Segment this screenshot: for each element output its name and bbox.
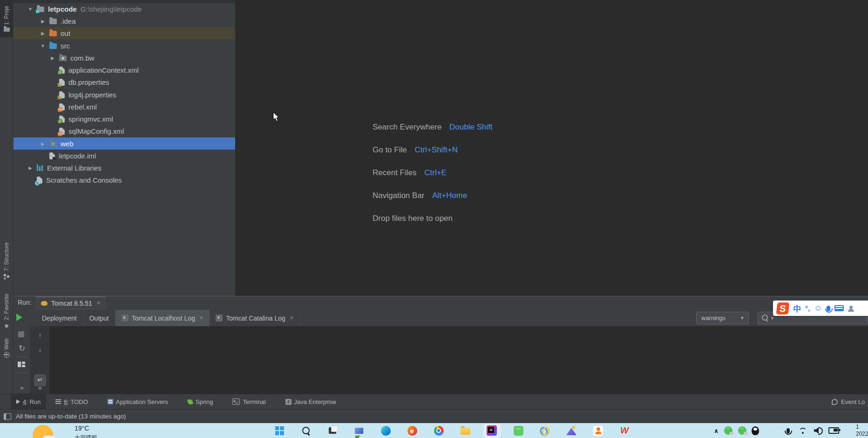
sogou-logo-icon[interactable]: S [776,302,790,315]
intellij-idea-app[interactable] [486,425,497,436]
drop-hint-label: Drop files here to open [373,214,453,223]
run-play-icon[interactable] [16,314,22,321]
tray-qq[interactable] [750,425,761,436]
wechat-icon [514,426,523,436]
start-button[interactable] [274,425,285,436]
tree-row-log4j[interactable]: log4j.properties [14,89,235,101]
punctuation-icon[interactable]: °, [805,304,810,312]
libraries-icon [37,164,43,171]
chinese-mode-icon[interactable]: 中 [793,302,801,314]
tab-deployment[interactable]: Deployment [36,310,83,326]
folder-icon [461,428,470,435]
intellij-icon [487,425,497,436]
tree-label: sqlMapConfig.xml [68,127,124,135]
tree-row-rebel[interactable]: rebel.xml [14,101,235,113]
wechat-app[interactable] [513,425,524,436]
contacts-app[interactable] [592,425,604,436]
tree-row-springmvc[interactable]: springmvc.xml [14,113,235,125]
tree-row-web-selected[interactable]: ▶ web [14,137,235,150]
tray-microphone[interactable] [782,425,793,436]
toggle-toolwindows-icon[interactable] [4,413,11,420]
collapse-arrow-icon[interactable]: ▶ [39,31,47,36]
voice-input-icon[interactable] [827,306,830,311]
collapse-arrow-icon[interactable]: ▶ [39,141,47,146]
up-stacktrace-icon[interactable]: ↑ [31,332,49,339]
soft-keyboard-icon[interactable] [834,305,844,311]
wps-app[interactable]: W [619,425,630,436]
rings-app[interactable] [539,425,550,436]
edge-app[interactable] [380,425,391,436]
tree-row-sqlmapconfig[interactable]: sqlMapConfig.xml [14,125,235,137]
application-servers-icon [108,399,113,404]
toolwindow-run-button[interactable]: 4: Run [11,394,46,409]
more-icon[interactable]: » [14,384,30,391]
tray-battery[interactable] [828,425,839,436]
taskbar-search-button[interactable] [300,425,312,436]
drop-files-hint: Drop files here to open [373,214,453,223]
tree-row-out[interactable]: ▶ out [14,27,235,39]
explorer-app[interactable] [460,425,471,436]
toolwindow-spring-button[interactable]: Spring [182,394,219,409]
emoji-icon[interactable]: ☺ [814,304,822,313]
tree-row-external-libraries[interactable]: ▶ External Libraries [14,162,235,174]
task-view-button[interactable] [327,425,338,436]
run-config-title: Tomcat 8.5.51 [51,300,92,307]
tree-row-letpcode[interactable]: ▼ letpcode G:\shejiing\letpcode [14,3,235,15]
tab-output[interactable]: Output [83,310,115,326]
tree-row-iml[interactable]: letpcode.iml [14,150,235,162]
collapse-arrow-icon[interactable]: ▶ [27,165,34,171]
collapse-arrow-icon[interactable]: ▶ [49,55,56,61]
expand-arrow-icon[interactable]: ▼ [27,7,34,12]
tab-tomcat-localhost-log[interactable]: Tomcat Localhost Log ✕ [115,310,210,326]
tray-wifi[interactable] [797,425,808,436]
file-manager-app[interactable] [353,425,365,436]
toolwindow-application-servers-button[interactable]: Application Servers [102,394,174,409]
run-config-tab[interactable]: Tomcat 8.5.51 ✕ [36,296,106,309]
log-level-filter-dropdown[interactable]: warnings ▼ [696,312,749,324]
toolwindow-terminal-button[interactable]: Terminal [227,394,271,409]
mountain-app[interactable] [566,425,577,436]
tree-row-combw[interactable]: ▶ com.bw [14,52,235,64]
close-icon[interactable]: ✕ [290,315,294,321]
weather-icon[interactable] [33,425,53,438]
tab-tomcat-catalina-log[interactable]: Tomcat Catalina Log ✕ [210,310,300,326]
toolwindow-java-enterprise-button[interactable]: Java Enterprise [280,394,342,409]
status-message: All files are up-to-date (13 minutes ago… [16,413,126,420]
spring-leaf-icon [187,399,193,405]
sidebar-item-web[interactable]: Web [0,338,13,363]
tree-row-src[interactable]: ▼ src [14,40,235,52]
tray-volume[interactable] [812,425,823,436]
tray-green-chat-1[interactable] [723,425,734,436]
stop-icon[interactable] [18,331,24,337]
more-icon[interactable]: » [31,384,49,391]
windows-taskbar: 19°C 大部晴朗 e W ∧ 1 2022/ [0,423,868,438]
tree-row-scratches[interactable]: Scratches and Consoles [14,174,235,186]
tree-row-dbproperties[interactable]: db.properties [14,76,235,88]
event-log-button[interactable]: Event Lo [828,394,868,409]
expand-arrow-icon[interactable]: ▼ [39,43,47,48]
tray-green-chat-2[interactable] [737,425,748,436]
sidebar-item-structure[interactable]: 7: Structure [0,242,13,280]
sidebar-item-project[interactable]: 1: Proje [0,0,13,37]
taskbar-clock[interactable]: 1 2022/ [856,424,868,438]
tree-row-idea[interactable]: ▶ .idea [14,15,235,27]
layout-icon[interactable] [18,362,25,367]
weather-desc-label[interactable]: 大部晴朗 [75,433,97,438]
collapse-arrow-icon[interactable]: ▶ [39,19,47,24]
ime-account-icon[interactable] [848,306,854,311]
temperature-label[interactable]: 19°C [75,424,89,432]
rerun-icon[interactable]: ↻ [14,345,30,352]
close-icon[interactable]: ✕ [96,300,101,306]
chrome-app[interactable] [433,425,444,436]
tree-row-applicationcontext[interactable]: applicationContext.xml [14,64,235,76]
sidebar-item-favorites[interactable]: 2: Favorites ★ [0,294,13,329]
browser-e-app[interactable]: e [407,425,418,436]
down-stacktrace-icon[interactable]: ↓ [31,346,49,353]
project-root-folder-icon [37,7,44,12]
console-output[interactable] [49,326,868,394]
toolwindow-todo-button[interactable]: 6: TODO [50,394,94,409]
close-icon[interactable]: ✕ [199,315,203,321]
tray-expand-button[interactable]: ∧ [711,425,722,436]
tree-label: Scratches and Consoles [46,176,122,184]
tool-window-bar: 4: Run 6: TODO Application Servers Sprin… [0,394,868,409]
